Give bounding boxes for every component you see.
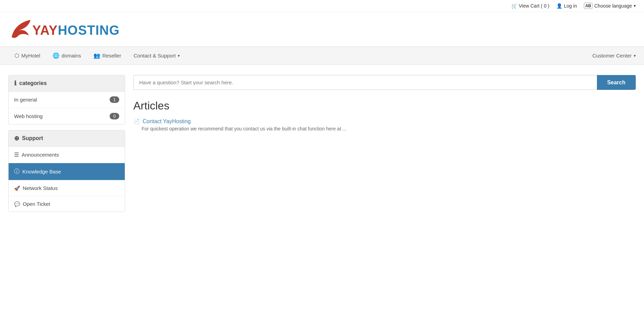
article-title: Contact YayHosting	[143, 118, 191, 125]
logo-yay: YAY	[32, 23, 58, 38]
support-item-open-ticket[interactable]: 💬 Open Ticket	[9, 196, 125, 212]
chat-icon: 💬	[14, 201, 20, 207]
nav-item-myhotel[interactable]: ⬡ MyHotel	[8, 47, 46, 65]
log-in-label: Log in	[564, 3, 577, 9]
chevron-down-icon: ▾	[178, 53, 180, 58]
nav-item-domains[interactable]: 🌐 domains	[46, 47, 87, 65]
support-label-network-status: Network Status	[23, 185, 58, 191]
nav-bar: ⬡ MyHotel 🌐 domains 👥 Reseller Contact &…	[0, 47, 644, 65]
header: YAYHOSTING	[0, 12, 644, 47]
support-label-announcements: Announcements	[22, 152, 59, 158]
language-icon: AB	[584, 3, 592, 9]
support-item-knowledge-base[interactable]: ⓘ Knowledge Base	[9, 163, 125, 180]
list-icon: ☰	[14, 151, 19, 158]
search-input[interactable]	[133, 75, 597, 90]
chevron-down-icon: ▾	[634, 3, 636, 8]
nav-item-contact-support[interactable]: Contact & Support ▾	[127, 47, 186, 65]
category-badge-web-hosting: 0	[110, 113, 119, 119]
log-in-link[interactable]: 👤 Log in	[556, 3, 577, 9]
info-circle-icon: ⓘ	[14, 168, 20, 175]
support-box: ⊕ Support ☰ Announcements ⓘ Knowledge Ba…	[8, 130, 125, 212]
categories-title: categories	[19, 80, 47, 86]
support-label-open-ticket: Open Ticket	[23, 201, 50, 207]
categories-box: ℹ categories In general 1 Web hosting 0	[8, 75, 125, 125]
categories-header: ℹ categories	[9, 75, 125, 92]
logo-text: YAYHOSTING	[32, 24, 120, 37]
article-excerpt: For quickest operation we recommend that…	[142, 126, 636, 131]
support-label-knowledge-base: Knowledge Base	[22, 169, 61, 174]
rocket-icon: 🚀	[14, 186, 20, 191]
support-item-network-status[interactable]: 🚀 Network Status	[9, 180, 125, 196]
category-badge-in-general: 1	[110, 96, 119, 103]
article-item: 📄 Contact YayHosting For quickest operat…	[133, 118, 636, 131]
choose-language-label: Choose language	[594, 3, 632, 9]
category-item-in-general[interactable]: In general 1	[9, 92, 125, 108]
support-item-announcements[interactable]: ☰ Announcements	[9, 147, 125, 163]
articles-title: Articles	[133, 99, 636, 112]
doc-icon: 📄	[133, 118, 140, 125]
cart-icon: 🛒	[511, 3, 517, 9]
nav-label-contact-support: Contact & Support	[134, 53, 176, 59]
nav-label-domains: domains	[62, 53, 81, 59]
view-cart-label: View Cart ( 0 )	[519, 3, 549, 9]
user-icon: 👤	[556, 3, 562, 9]
search-bar: Search	[133, 75, 636, 90]
support-icon: ⊕	[14, 135, 19, 142]
articles-section: Articles 📄 Contact YayHosting For quicke…	[133, 99, 636, 131]
content-area: Search Articles 📄 Contact YayHosting For…	[133, 75, 636, 212]
nav-item-reseller[interactable]: 👥 Reseller	[87, 47, 127, 65]
sidebar: ℹ categories In general 1 Web hosting 0 …	[8, 75, 125, 212]
main-content: ℹ categories In general 1 Web hosting 0 …	[0, 65, 644, 222]
customer-center-label: Customer Center	[592, 53, 632, 59]
view-cart-link[interactable]: 🛒 View Cart ( 0 )	[511, 3, 549, 9]
globe-icon: 🌐	[53, 52, 59, 59]
article-link[interactable]: 📄 Contact YayHosting	[133, 118, 636, 125]
reseller-icon: 👥	[93, 52, 100, 59]
nav-label-reseller: Reseller	[102, 53, 121, 59]
support-header: ⊕ Support	[9, 130, 125, 147]
logo-bird-icon	[8, 18, 32, 42]
hotel-icon: ⬡	[14, 52, 19, 59]
search-button[interactable]: Search	[597, 75, 636, 90]
category-label-in-general: In general	[14, 97, 37, 103]
nav-items: ⬡ MyHotel 🌐 domains 👥 Reseller Contact &…	[8, 47, 592, 65]
logo-hosting: HOSTING	[58, 23, 120, 38]
chevron-down-icon: ▾	[634, 53, 636, 58]
category-item-web-hosting[interactable]: Web hosting 0	[9, 108, 125, 124]
support-title: Support	[22, 135, 43, 141]
nav-label-myhotel: MyHotel	[21, 53, 40, 59]
customer-center-menu[interactable]: Customer Center ▾	[592, 53, 636, 59]
info-icon: ℹ	[14, 80, 16, 87]
logo[interactable]: YAYHOSTING	[8, 18, 636, 42]
category-label-web-hosting: Web hosting	[14, 113, 43, 119]
top-bar: 🛒 View Cart ( 0 ) 👤 Log in AB Choose lan…	[0, 0, 644, 12]
choose-language-link[interactable]: AB Choose language ▾	[584, 3, 636, 9]
